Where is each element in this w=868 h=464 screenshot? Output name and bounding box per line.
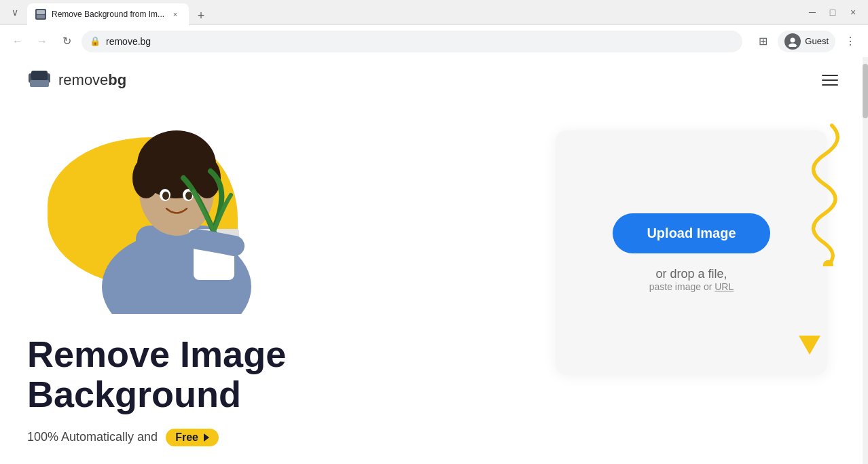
- page-content: removebg: [0, 57, 868, 464]
- svg-rect-0: [37, 10, 45, 14]
- address-bar-row: ← → ↻ 🔒 remove.bg ⊞ Guest: [0, 24, 868, 57]
- close-btn[interactable]: ×: [844, 3, 863, 22]
- triangle-decoration: [799, 336, 820, 355]
- window-controls-left: ∨: [5, 3, 24, 22]
- browser-menu-btn[interactable]: ⋮: [841, 32, 860, 51]
- tab-favicon: [35, 9, 46, 20]
- svg-rect-1: [37, 15, 45, 18]
- minimize-btn[interactable]: ─: [803, 3, 822, 22]
- back-btn[interactable]: ←: [8, 32, 27, 51]
- hero-text: Remove Image Background 100% Automatical…: [27, 334, 542, 446]
- hero-right: Upload Image or drop a file, paste image…: [542, 130, 841, 375]
- hamburger-line: [822, 75, 838, 76]
- hamburger-line: [822, 79, 838, 81]
- hero-subtitle: 100% Automatically and Free: [27, 429, 542, 446]
- extensions-btn[interactable]: ⊞: [753, 32, 772, 51]
- tab-close-btn[interactable]: ×: [170, 9, 181, 20]
- drop-text: or drop a file, paste image or URL: [649, 267, 734, 292]
- extensions-icon: ⊞: [759, 35, 767, 48]
- svg-rect-5: [31, 71, 48, 80]
- profile-button[interactable]: Guest: [778, 31, 835, 52]
- person-image: [68, 124, 285, 314]
- svg-point-14: [139, 146, 173, 176]
- profile-name: Guest: [805, 36, 829, 46]
- hamburger-menu-btn[interactable]: [819, 72, 841, 88]
- tab-bar: Remove Background from Im... × +: [27, 0, 800, 25]
- window-controls-right: ─ □ ×: [803, 3, 863, 22]
- tab-title: Remove Background from Im...: [52, 10, 164, 19]
- url-text: remove.bg: [106, 36, 734, 47]
- hamburger-line: [822, 84, 838, 86]
- paste-text: paste image or URL: [649, 281, 734, 292]
- svg-rect-6: [30, 80, 49, 87]
- new-tab-button[interactable]: +: [192, 6, 211, 25]
- logo-icon: [27, 68, 52, 92]
- active-tab[interactable]: Remove Background from Im... ×: [27, 3, 189, 25]
- site-header: removebg: [0, 57, 868, 103]
- hero-title: Remove Image Background: [27, 334, 542, 415]
- browser-chrome: ∨ Remove Background from Im... × + ─: [0, 0, 868, 57]
- address-bar[interactable]: 🔒 remove.bg: [82, 31, 742, 52]
- svg-point-18: [162, 192, 169, 200]
- avatar: [784, 33, 801, 50]
- forward-btn[interactable]: →: [33, 32, 52, 51]
- chevron-btn[interactable]: ∨: [5, 3, 24, 22]
- url-link[interactable]: URL: [715, 281, 734, 292]
- refresh-btn[interactable]: ↻: [57, 32, 76, 51]
- logo: removebg: [27, 68, 126, 92]
- svg-point-19: [185, 192, 192, 200]
- free-badge: Free: [166, 429, 219, 446]
- maximize-btn[interactable]: □: [823, 3, 842, 22]
- upload-image-button[interactable]: Upload Image: [613, 213, 770, 253]
- hero-image-area: [27, 124, 285, 314]
- svg-point-3: [789, 43, 797, 47]
- profile-area: ⊞ Guest ⋮: [753, 31, 860, 52]
- hero-section: Remove Image Background 100% Automatical…: [0, 103, 868, 464]
- squiggle-decoration: [773, 117, 861, 266]
- title-bar: ∨ Remove Background from Im... × + ─: [0, 0, 868, 24]
- logo-text: removebg: [58, 71, 126, 89]
- lock-icon: 🔒: [90, 36, 101, 46]
- hero-left: Remove Image Background 100% Automatical…: [27, 117, 542, 446]
- svg-point-2: [791, 37, 795, 42]
